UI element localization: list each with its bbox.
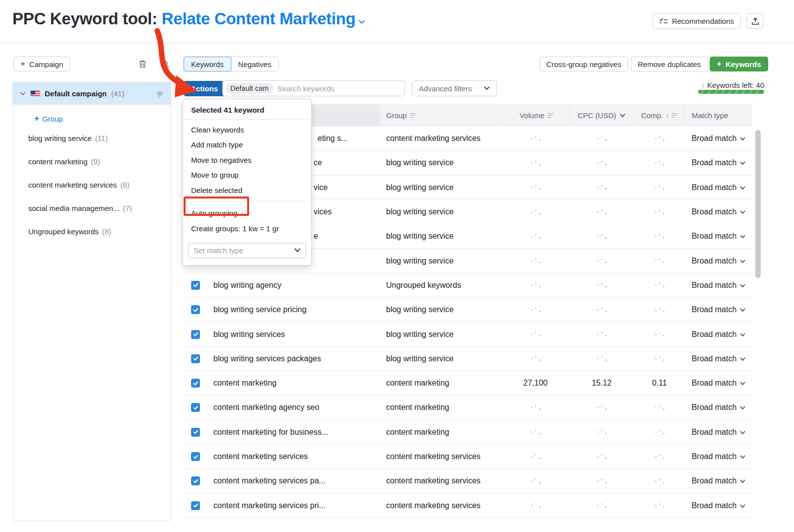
- menu-item-auto-grouping[interactable]: Auto grouping i: [183, 206, 311, 221]
- sidebar-item-group[interactable]: social media managemen...(7): [13, 197, 171, 220]
- row-checkbox[interactable]: [191, 354, 200, 363]
- row-checkbox[interactable]: [191, 305, 200, 314]
- set-match-type-select[interactable]: Set match type: [188, 243, 306, 258]
- row-checkbox-cell: [184, 354, 213, 363]
- export-button[interactable]: [747, 13, 763, 29]
- search-campaigns-button[interactable]: [160, 59, 171, 69]
- table-header-cpc[interactable]: CPC (USD): [569, 104, 634, 127]
- match-type-select[interactable]: Broad match: [685, 403, 752, 412]
- group-cell[interactable]: blog writing service: [380, 232, 502, 241]
- match-type-select[interactable]: Broad match: [685, 452, 752, 461]
- match-type-select[interactable]: Broad match: [685, 354, 752, 363]
- group-cell[interactable]: blog writing service: [380, 305, 502, 314]
- loading-dots: [531, 162, 540, 164]
- table-header-comp[interactable]: Comp. i: [634, 104, 685, 127]
- match-type-select[interactable]: Broad match: [685, 476, 752, 485]
- row-checkbox[interactable]: [191, 330, 200, 339]
- match-type-select[interactable]: Broad match: [685, 281, 752, 290]
- group-cell[interactable]: content marketing: [380, 428, 502, 437]
- group-cell[interactable]: blog writing service: [380, 330, 502, 339]
- match-type-select[interactable]: Broad match: [685, 257, 752, 266]
- keyword-search-box[interactable]: Default cam: [222, 80, 405, 96]
- row-checkbox[interactable]: [191, 501, 200, 510]
- table-row: blog writing servicesblog writing servic…: [184, 322, 752, 346]
- match-type-select[interactable]: Broad match: [685, 501, 752, 510]
- tab-keywords[interactable]: Keywords: [184, 57, 231, 71]
- loading-dots: [655, 260, 664, 262]
- group-cell[interactable]: blog writing service: [380, 183, 502, 192]
- campaign-settings-button[interactable]: [156, 90, 164, 98]
- add-group-button[interactable]: + Group: [34, 114, 63, 124]
- keyword-text: blog writing services: [213, 330, 285, 338]
- group-cell[interactable]: blog writing service: [380, 158, 502, 167]
- chevron-down-icon: [740, 257, 745, 266]
- chevron-down-icon[interactable]: [20, 92, 26, 96]
- campaign-filter-chip[interactable]: Default cam: [225, 83, 273, 94]
- keywords-left-label: i Keywords left: 40: [702, 81, 764, 89]
- match-type-select[interactable]: Broad match: [685, 207, 752, 216]
- menu-item-move-to-group[interactable]: Move to group: [183, 168, 311, 183]
- delete-campaign-button[interactable]: [137, 59, 148, 69]
- search-icon: [161, 60, 170, 68]
- match-type-select[interactable]: Broad match: [685, 232, 752, 241]
- row-checkbox[interactable]: [191, 281, 200, 290]
- row-checkbox-cell: [184, 281, 213, 290]
- chevron-down-icon: [294, 248, 301, 253]
- table-header-group[interactable]: Group: [380, 104, 502, 127]
- add-keywords-button[interactable]: + Keywords: [710, 57, 768, 71]
- row-checkbox[interactable]: [191, 403, 200, 412]
- sidebar-item-group[interactable]: Ungrouped keywords(8): [13, 220, 171, 243]
- sidebar-item-group[interactable]: content marketing services(6): [13, 173, 171, 197]
- row-checkbox[interactable]: [191, 452, 200, 461]
- add-campaign-button[interactable]: + Campaign: [13, 57, 70, 71]
- row-checkbox[interactable]: [191, 476, 200, 485]
- match-type-select[interactable]: Broad match: [685, 305, 752, 314]
- menu-item-move-to-negatives[interactable]: Move to negatives: [183, 152, 311, 168]
- remove-duplicates-button[interactable]: Remove duplicates: [631, 57, 708, 71]
- group-cell[interactable]: content marketing: [380, 379, 502, 388]
- loading-dots: [655, 138, 664, 139]
- loading-dots: [597, 407, 606, 408]
- menu-item-create-groups[interactable]: Create groups: 1 kw = 1 gr: [183, 221, 311, 236]
- row-checkbox-cell: [184, 379, 213, 388]
- sidebar-item-group[interactable]: blog writing service(11): [13, 127, 171, 150]
- group-cell[interactable]: blog writing service: [380, 207, 502, 216]
- row-checkbox[interactable]: [191, 379, 200, 388]
- match-type-select[interactable]: Broad match: [685, 330, 752, 339]
- match-type-select[interactable]: Broad match: [685, 158, 752, 167]
- chevron-down-icon: [740, 428, 745, 437]
- cross-group-negatives-button[interactable]: Cross-group negatives: [539, 57, 628, 71]
- menu-item-clean-keywords[interactable]: Clean keywords: [183, 122, 311, 137]
- recommendations-button[interactable]: Recommendations: [653, 13, 741, 29]
- search-keywords-input[interactable]: [277, 84, 399, 93]
- group-cell[interactable]: content marketing services: [380, 501, 502, 510]
- group-cell[interactable]: blog writing service: [380, 257, 502, 266]
- row-checkbox[interactable]: [191, 428, 200, 437]
- cpc-cell: [569, 260, 634, 262]
- tab-negatives[interactable]: Negatives: [231, 57, 279, 71]
- group-cell[interactable]: Ungrouped keywords: [380, 281, 502, 290]
- match-type-select[interactable]: Broad match: [685, 134, 752, 143]
- group-cell[interactable]: content marketing services: [380, 452, 502, 461]
- table-header-volume[interactable]: Volume: [502, 104, 569, 127]
- match-type-select[interactable]: Broad match: [685, 183, 752, 192]
- comp-cell: [634, 260, 685, 262]
- sidebar-item-group[interactable]: content marketing(9): [13, 150, 171, 173]
- campaign-title-dropdown[interactable]: Relate Content Marketing: [162, 9, 366, 28]
- sidebar-item-default-campaign[interactable]: Default campaign (41): [13, 82, 171, 105]
- group-cell[interactable]: content marketing: [380, 403, 502, 412]
- match-type-select[interactable]: Broad match: [685, 379, 752, 388]
- group-cell[interactable]: content marketing services: [380, 476, 502, 485]
- group-cell[interactable]: blog writing service: [380, 354, 502, 363]
- advanced-filters-button[interactable]: Advanced filters: [412, 80, 497, 96]
- menu-item-add-match-type[interactable]: Add match type: [183, 137, 311, 153]
- volume-cell: [502, 456, 569, 458]
- menu-item-delete-selected[interactable]: Delete selected: [183, 183, 311, 198]
- volume-cell: [502, 187, 569, 188]
- volume-cell: [502, 260, 569, 262]
- vertical-scrollbar[interactable]: [755, 130, 761, 278]
- actions-button[interactable]: Actions: [184, 81, 225, 96]
- match-type-select[interactable]: Broad match: [685, 428, 752, 437]
- group-cell[interactable]: content marketing services: [380, 134, 502, 143]
- match-type-label: Broad match: [692, 183, 737, 192]
